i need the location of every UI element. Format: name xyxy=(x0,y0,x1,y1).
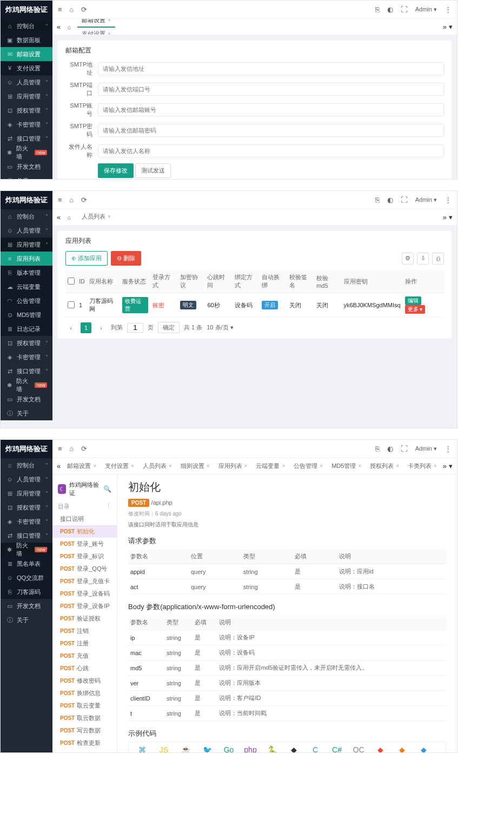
tab[interactable]: 应用列表× xyxy=(214,459,252,473)
docs-nav-item[interactable]: POST登录_账号 xyxy=(52,538,117,550)
lang-option[interactable]: 🐍Python xyxy=(262,745,282,753)
sidebar-item[interactable]: ⊞应用管理˅ xyxy=(1,486,52,500)
home-icon[interactable]: ⌂ xyxy=(70,445,74,453)
docs-nav-item[interactable]: POST取云数据 xyxy=(52,712,117,724)
tab[interactable]: 邮箱设置× xyxy=(77,19,115,28)
docs-nav-item[interactable]: POST取用户信息 xyxy=(52,749,117,753)
fullscreen-icon[interactable]: ⛶ xyxy=(401,196,408,204)
tab[interactable]: 云端变量× xyxy=(251,459,289,473)
lang-option[interactable]: C#C# xyxy=(327,745,347,753)
docs-nav-item[interactable]: POST验证授权 xyxy=(52,612,117,625)
close-icon[interactable]: × xyxy=(396,463,399,469)
text-input[interactable] xyxy=(98,144,444,157)
more-icon[interactable]: ⋮ xyxy=(445,196,452,204)
refresh-icon[interactable]: ⟳ xyxy=(81,445,87,453)
tab[interactable]: 公告管理× xyxy=(289,459,327,473)
lang-option[interactable]: ◆OCaml xyxy=(392,745,412,753)
docs-nav-item[interactable]: POST写云数据 xyxy=(52,724,117,737)
theme-icon[interactable]: ◐ xyxy=(387,5,393,14)
lang-option[interactable]: ⌘Shell xyxy=(132,745,152,753)
text-input[interactable] xyxy=(98,103,444,116)
sidebar-item[interactable]: ☺人员管理˅ xyxy=(1,75,52,89)
sidebar-item[interactable]: ⊙MD5管理 xyxy=(1,308,52,322)
sidebar-item[interactable]: ⌂控制台˅ xyxy=(1,209,52,223)
message-icon[interactable]: ⎘ xyxy=(375,445,380,453)
refresh-icon[interactable]: ⟳ xyxy=(81,196,87,204)
sidebar-item[interactable]: ≣黑名单表 xyxy=(1,557,52,571)
tab[interactable]: 支付设置× xyxy=(77,28,115,36)
sidebar-item[interactable]: ◈卡密管理˅ xyxy=(1,117,52,131)
edit-button[interactable]: 编辑 xyxy=(405,296,421,305)
sidebar-item[interactable]: ⊡授权管理˅ xyxy=(1,500,52,514)
sidebar-item[interactable]: ▭开发文档 xyxy=(1,160,52,174)
sidebar-item[interactable]: ⊡授权管理˅ xyxy=(1,336,52,350)
docs-nav-item[interactable]: POST登录_设备码 xyxy=(52,587,117,600)
sidebar-item[interactable]: ▭开发文档 xyxy=(1,599,52,613)
tab[interactable]: 卡类列表× xyxy=(403,459,441,473)
docs-nav-item[interactable]: POST修改密码 xyxy=(52,675,117,687)
sidebar-item[interactable]: ⓘ关于 xyxy=(1,174,52,180)
tabs-prev-icon[interactable]: « xyxy=(57,462,61,470)
theme-icon[interactable]: ◐ xyxy=(387,196,393,204)
pager-prev[interactable]: ‹ xyxy=(65,322,76,333)
more-icon[interactable]: ⋮ xyxy=(445,5,452,14)
docs-nav-item[interactable]: POST登录_标识 xyxy=(52,550,117,563)
sidebar-item[interactable]: ≡应用列表 xyxy=(1,252,52,266)
fullscreen-icon[interactable]: ⛶ xyxy=(401,5,408,14)
close-icon[interactable]: × xyxy=(207,463,210,469)
docs-nav-item[interactable]: POST登录_充值卡 xyxy=(52,575,117,587)
text-input[interactable] xyxy=(98,62,444,75)
refresh-icon[interactable]: ⟳ xyxy=(81,5,87,14)
user-menu[interactable]: Admin ▾ xyxy=(415,445,437,452)
sidebar-item[interactable]: ⊞应用管理˅ xyxy=(1,89,52,103)
close-icon[interactable]: × xyxy=(169,463,172,469)
sidebar-item[interactable]: ¥支付设置 xyxy=(1,61,52,75)
search-icon[interactable]: 🔍 xyxy=(103,485,111,493)
tab[interactable]: 细则设置× xyxy=(176,459,214,473)
lang-option[interactable]: OCObjective-C xyxy=(348,745,369,753)
sidebar-item[interactable]: ⇄接口管理˅ xyxy=(1,364,52,378)
row-checkbox[interactable] xyxy=(68,301,75,308)
menu-toggle-icon[interactable]: ≡ xyxy=(58,5,62,14)
tabs-menu-icon[interactable]: ▾ xyxy=(449,23,453,31)
tab[interactable]: 邮箱设置× xyxy=(63,459,101,473)
tab[interactable]: 授权列表× xyxy=(366,459,403,473)
sidebar-item[interactable]: ⓘ关于 xyxy=(1,406,52,420)
pager-next[interactable]: › xyxy=(96,322,107,333)
tabs-next-icon[interactable]: » xyxy=(443,23,447,31)
sidebar-item[interactable]: ≣日志记录 xyxy=(1,322,52,336)
print-icon[interactable]: ⎙ xyxy=(432,253,444,265)
tab-home[interactable]: ⌂ xyxy=(63,22,75,32)
sidebar-item[interactable]: ⌂控制台˄ xyxy=(1,19,52,33)
user-menu[interactable]: Admin ▾ xyxy=(415,196,437,203)
tab[interactable]: MD5管理× xyxy=(327,459,366,473)
filter-icon[interactable]: ⚙ xyxy=(402,253,414,265)
lang-option[interactable]: ◆Ruby xyxy=(370,745,390,753)
docs-nav-item[interactable]: POST取云变量 xyxy=(52,699,117,712)
close-icon[interactable]: × xyxy=(244,463,248,469)
home-icon[interactable]: ⌂ xyxy=(70,196,74,204)
sidebar-item[interactable]: ☺人员管理˅ xyxy=(1,223,52,237)
docs-nav-item[interactable]: POST换绑信息 xyxy=(52,687,117,699)
lang-option[interactable]: 🐦Swift xyxy=(197,745,217,753)
lang-option[interactable]: ☕Java xyxy=(175,745,196,753)
close-icon[interactable]: × xyxy=(108,31,111,36)
add-app-button[interactable]: ⊕ 添加应用 xyxy=(65,251,108,266)
close-icon[interactable]: × xyxy=(320,463,323,469)
pager-page-1[interactable]: 1 xyxy=(81,322,91,333)
tabs-next-icon[interactable]: » xyxy=(443,213,447,221)
docs-nav-item[interactable]: POST登录_设备IP xyxy=(52,600,117,612)
docs-nav-item[interactable]: POST充值 xyxy=(52,650,117,662)
close-icon[interactable]: × xyxy=(108,214,111,220)
docs-nav-item[interactable]: 接口说明 xyxy=(52,513,117,525)
tab-home[interactable]: ⌂ xyxy=(63,212,75,223)
pager-size[interactable]: 10 条/页 ▾ xyxy=(207,323,233,332)
close-icon[interactable]: × xyxy=(358,463,361,469)
text-input[interactable] xyxy=(98,124,444,137)
text-input[interactable] xyxy=(98,83,444,96)
sidebar-item[interactable]: ✱防火墙new˄ xyxy=(1,543,52,557)
sidebar-item[interactable]: ▭开发文档 xyxy=(1,392,52,406)
user-menu[interactable]: Admin ▾ xyxy=(415,6,437,13)
menu-toggle-icon[interactable]: ≡ xyxy=(58,445,62,453)
sidebar-item[interactable]: ☁云端变量 xyxy=(1,280,52,294)
